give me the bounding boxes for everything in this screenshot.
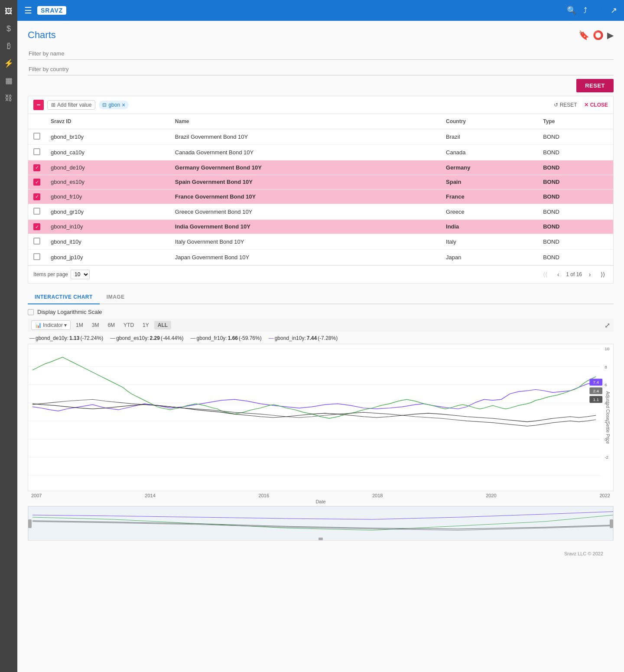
topbar-actions: 🔍 ⤴ 👤 ↗ — [567, 6, 617, 15]
export-icon[interactable]: ↗ — [611, 6, 617, 15]
cell-country: India — [441, 219, 538, 234]
indicator-chart-icon: 📊 — [35, 322, 42, 328]
filter-by-name-input[interactable] — [28, 48, 614, 60]
table-row[interactable]: ✓ gbond_in10y India Government Bond 10Y … — [28, 219, 613, 234]
row-checkbox[interactable] — [33, 208, 40, 215]
topbar: ☰ SRAVZ 🔍 ⤴ 👤 ↗ — [17, 0, 624, 21]
refresh-icon: ↺ — [554, 102, 558, 108]
pagination-row: Items per page 10 25 50 ⟨⟨ ‹ 1 of 16 › ⟩… — [28, 265, 613, 283]
table-row[interactable]: ✓ gbond_es10y Spain Government Bond 10Y … — [28, 175, 613, 189]
sidebar-icon-analytics[interactable]: ⚡ — [1, 55, 16, 71]
last-page-button[interactable]: ⟩⟩ — [598, 269, 608, 280]
row-checkbox-cell[interactable] — [28, 129, 46, 145]
row-checkbox[interactable]: ✓ — [33, 223, 40, 230]
svg-text:1.1: 1.1 — [593, 397, 599, 402]
table-row[interactable]: gbond_br10y Brazil Government Bond 10Y B… — [28, 129, 613, 145]
row-checkbox-cell[interactable]: ✓ — [28, 160, 46, 175]
log-scale-label[interactable]: Display Logarithmic Scale — [37, 309, 102, 315]
cell-country: Canada — [441, 145, 538, 160]
items-per-page-select[interactable]: 10 25 50 — [71, 270, 90, 279]
cell-country: Germany — [441, 160, 538, 175]
table-row[interactable]: ✓ gbond_fr10y France Government Bond 10Y… — [28, 189, 613, 204]
sidebar-icon-image[interactable]: 🖼 — [1, 3, 16, 19]
sidebar-icon-bitcoin[interactable]: ₿ — [1, 38, 16, 54]
legend-dash-in: — — [269, 335, 274, 341]
row-checkbox[interactable]: ✓ — [33, 193, 40, 200]
table-row[interactable]: gbond_gr10y Greece Government Bond 10Y G… — [28, 204, 613, 219]
row-checkbox-cell[interactable]: ✓ — [28, 189, 46, 204]
row-checkbox-cell[interactable] — [28, 250, 46, 265]
chart-legend: — gbond_de10y: 1.13 (-72.24%) — gbond_es… — [28, 335, 614, 341]
row-checkbox-cell[interactable] — [28, 145, 46, 160]
bookmark-icon[interactable]: 🔖 — [578, 30, 589, 40]
toolbar-reset-button[interactable]: ↺ RESET — [554, 102, 577, 108]
page-header-icons: 🔖 ⭕ ▶ — [578, 30, 614, 40]
log-scale-checkbox[interactable] — [28, 309, 34, 315]
svg-text:8: 8 — [604, 365, 607, 369]
row-checkbox-cell[interactable] — [28, 204, 46, 219]
legend-val-de: 1.13 — [69, 335, 79, 341]
cell-type: BOND — [538, 204, 613, 219]
page-title: Charts — [28, 29, 56, 41]
share-icon[interactable]: ⤴ — [583, 6, 587, 15]
chart-expand-button[interactable]: ⤢ — [604, 321, 610, 329]
mini-chart-svg — [28, 506, 613, 541]
sidebar-icon-barchart[interactable]: ▦ — [1, 73, 16, 88]
menu-icon[interactable]: ☰ — [24, 5, 32, 16]
filter-chip-remove-icon[interactable]: × — [122, 101, 125, 108]
toolbar-close-button[interactable]: ✕ CLOSE — [584, 102, 608, 108]
legend-item-in: — gbond_in10y: 7.44 (-7.28%) — [269, 335, 338, 341]
table-toolbar: − ⊞ Add filter value ⊟ gbon × ↺ RESET ✕ … — [28, 96, 613, 114]
filter-add-icon: ⊞ — [51, 102, 55, 108]
row-checkbox-cell[interactable] — [28, 234, 46, 250]
table-row[interactable]: gbond_jp10y Japan Government Bond 10Y Ja… — [28, 250, 613, 265]
table-row[interactable]: gbond_ca10y Canada Government Bond 10Y C… — [28, 145, 613, 160]
account-icon[interactable]: 👤 — [594, 6, 604, 15]
tab-interactive-chart[interactable]: INTERACTIVE CHART — [28, 290, 100, 304]
chart-tabs: INTERACTIVE CHART IMAGE — [28, 290, 614, 304]
deselect-all-icon[interactable]: − — [33, 100, 44, 110]
cell-sravz-id: gbond_fr10y — [46, 189, 170, 204]
page-info: 1 of 16 — [566, 271, 582, 277]
time-btn-1m[interactable]: 1M — [72, 321, 87, 329]
sidebar-icon-link[interactable]: ⛓ — [1, 90, 16, 106]
add-filter-button[interactable]: ⊞ Add filter value — [47, 100, 95, 110]
row-checkbox[interactable]: ✓ — [33, 179, 40, 186]
indicator-button[interactable]: 📊 Indicator ▾ — [31, 320, 71, 330]
sidebar-icon-dollar[interactable]: $ — [1, 21, 16, 36]
reset-button[interactable]: RESET — [576, 79, 614, 92]
next-page-button[interactable]: › — [585, 269, 595, 280]
row-checkbox[interactable] — [33, 253, 40, 260]
cell-sravz-id: gbond_jp10y — [46, 250, 170, 265]
table-row[interactable]: ✓ gbond_de10y Germany Government Bond 10… — [28, 160, 613, 175]
cell-type: BOND — [538, 145, 613, 160]
time-btn-6m[interactable]: 6M — [104, 321, 118, 329]
y-axis-label: Adjusted Close/Settle Price — [605, 391, 610, 444]
time-btn-1y[interactable]: 1Y — [139, 321, 153, 329]
chart-svg: 10 8 6 4 2 0 -2 7.4 2.4 1.1 — [28, 344, 613, 491]
row-checkbox[interactable] — [33, 148, 40, 155]
col-header-sravz-id: Sravz ID — [46, 114, 170, 129]
time-btn-all[interactable]: ALL — [154, 321, 171, 329]
table-row[interactable]: gbond_it10y Italy Government Bond 10Y It… — [28, 234, 613, 250]
row-checkbox[interactable] — [33, 133, 40, 140]
prev-page-button[interactable]: ‹ — [553, 269, 563, 280]
row-checkbox[interactable] — [33, 238, 40, 245]
video-icon[interactable]: ▶ — [607, 30, 614, 40]
time-btn-3m[interactable]: 3M — [88, 321, 103, 329]
row-checkbox-cell[interactable]: ✓ — [28, 219, 46, 234]
search-icon[interactable]: 🔍 — [567, 6, 576, 15]
data-table: Sravz ID Name Country Type gbond_br10y B… — [28, 114, 613, 265]
github-icon[interactable]: ⭕ — [593, 30, 604, 40]
x-axis-date-label: Date — [28, 499, 614, 504]
cell-sravz-id: gbond_it10y — [46, 234, 170, 250]
filter-by-country-input[interactable] — [28, 63, 614, 75]
tab-image[interactable]: IMAGE — [100, 290, 132, 304]
mini-chart-area — [28, 506, 614, 541]
row-checkbox[interactable]: ✓ — [33, 164, 40, 171]
time-btn-ytd[interactable]: YTD — [120, 321, 137, 329]
chart-area: 10 8 6 4 2 0 -2 7.4 2.4 1.1 Adjusted Clo — [28, 344, 614, 491]
first-page-button[interactable]: ⟨⟨ — [540, 269, 550, 280]
row-checkbox-cell[interactable]: ✓ — [28, 175, 46, 189]
select-all-header[interactable] — [28, 114, 46, 129]
